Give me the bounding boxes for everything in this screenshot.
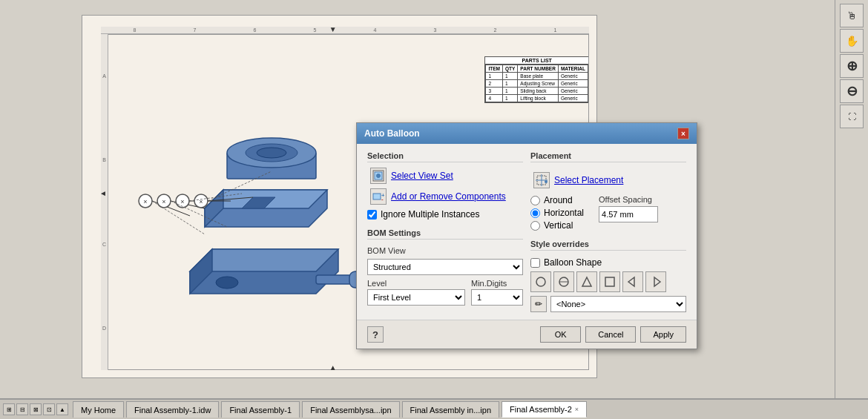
table-cell: 1 bbox=[502, 95, 517, 102]
placement-section: Placement Select Placement bbox=[530, 151, 686, 231]
select-placement-icon bbox=[533, 172, 550, 188]
placement-label: Placement bbox=[530, 151, 686, 162]
fit-btn[interactable]: ⛶ bbox=[840, 105, 864, 128]
app-window: PARTS LIST ITEM QTY PART NUMBER MATERIAL… bbox=[0, 0, 868, 419]
hand-tool-btn[interactable]: ✋ bbox=[840, 29, 864, 53]
zoom-in-btn[interactable]: ⊕ bbox=[840, 54, 864, 78]
svg-point-39 bbox=[545, 180, 548, 183]
level-col: Level First Level All Levels bbox=[367, 279, 465, 306]
col-item: ITEM bbox=[486, 65, 503, 73]
dialog-titlebar: Auto Balloon × bbox=[357, 123, 697, 144]
zoom-out-btn[interactable]: ⊖ bbox=[840, 79, 864, 103]
shape-circle-btn[interactable] bbox=[530, 271, 551, 292]
bom-view-select[interactable]: Structured Parts Only All Levels bbox=[367, 259, 523, 275]
footer-buttons: OK Cancel Apply bbox=[540, 326, 686, 343]
tab-final-assemblysa[interactable]: Final Assemblysa...ipn bbox=[302, 401, 399, 418]
bom-view-label: BOM View bbox=[367, 246, 523, 255]
svg-rect-44 bbox=[605, 277, 614, 286]
selection-section: Selection Select View Set bbox=[367, 151, 523, 220]
svg-marker-46 bbox=[654, 277, 660, 286]
offset-spacing-input[interactable] bbox=[599, 206, 658, 222]
radio-group: Around Horizontal Vertical bbox=[530, 195, 584, 231]
balloon-shape-checkbox[interactable] bbox=[530, 258, 540, 268]
shape-right-arrow-btn[interactable] bbox=[645, 271, 666, 292]
help-btn[interactable]: ? bbox=[367, 326, 384, 343]
svg-point-11 bbox=[257, 148, 286, 158]
table-cell: 4 bbox=[486, 95, 503, 102]
tab-my-home[interactable]: My Home bbox=[73, 401, 124, 418]
select-view-set-label[interactable]: Select View Set bbox=[391, 171, 453, 181]
shape-triangle-btn[interactable] bbox=[576, 271, 597, 292]
tab-arrow-btn[interactable]: ▲ bbox=[56, 403, 68, 415]
around-row: Around bbox=[530, 195, 584, 205]
col-material: MATERIAL bbox=[558, 65, 588, 73]
vertical-radio[interactable] bbox=[530, 221, 540, 231]
tab-icon-2[interactable]: ⊟ bbox=[16, 403, 28, 415]
none-select[interactable]: <None> bbox=[550, 296, 686, 312]
tab-final-assembly-idw[interactable]: Final Assembly-1.idw bbox=[126, 401, 219, 418]
table-cell: Sliding back bbox=[518, 88, 559, 95]
none-dropdown-row: ✏ <None> bbox=[530, 296, 686, 312]
tab-final-assembly-1[interactable]: Final Assembly-1 bbox=[221, 401, 300, 418]
vertical-label: Vertical bbox=[544, 220, 573, 231]
horizontal-label: Horizontal bbox=[544, 208, 584, 218]
svg-marker-45 bbox=[628, 277, 634, 286]
dialog-title: Auto Balloon bbox=[364, 128, 420, 139]
style-overrides-label: Style overrides bbox=[530, 240, 686, 251]
shape-split-circle-btn[interactable] bbox=[553, 271, 574, 292]
table-cell: 1 bbox=[502, 80, 517, 88]
tab-close-btn[interactable]: × bbox=[575, 406, 579, 413]
shape-square-btn[interactable] bbox=[599, 271, 620, 292]
col-qty: QTY bbox=[502, 65, 517, 73]
table-cell: 1 bbox=[502, 73, 517, 80]
ok-btn[interactable]: OK bbox=[540, 326, 581, 343]
ignore-multiple-label: Ignore Multiple Instances bbox=[381, 209, 479, 220]
shape-left-arrow-btn[interactable] bbox=[622, 271, 643, 292]
svg-marker-43 bbox=[582, 277, 591, 286]
auto-balloon-dialog: Auto Balloon × Selection bbox=[356, 122, 697, 349]
tab-icon-4[interactable]: ⊡ bbox=[43, 403, 55, 415]
cursor-tool-btn[interactable]: 🖱 bbox=[840, 4, 864, 27]
add-remove-icon: + - bbox=[370, 188, 387, 205]
min-digits-select[interactable]: 1234 bbox=[471, 289, 523, 306]
horizontal-row: Horizontal bbox=[530, 208, 584, 218]
dialog-columns: Selection Select View Set bbox=[367, 151, 686, 312]
select-view-set-row[interactable]: Select View Set bbox=[367, 165, 523, 186]
pencil-icon-btn[interactable]: ✏ bbox=[530, 296, 547, 312]
tab-final-assembly-2[interactable]: Final Assembly-2 × bbox=[502, 401, 587, 418]
balloon-shape-row: Balloon Shape bbox=[530, 257, 686, 268]
tab-controls: ⊞ ⊟ ⊠ ⊡ ▲ bbox=[3, 403, 68, 415]
table-cell: Generic bbox=[558, 95, 588, 102]
ignore-multiple-checkbox[interactable] bbox=[367, 210, 377, 220]
cancel-btn[interactable]: Cancel bbox=[585, 326, 636, 343]
svg-text:×: × bbox=[180, 198, 184, 205]
svg-rect-33 bbox=[373, 194, 381, 199]
tab-final-assembly-in[interactable]: Final Assembly in...ipn bbox=[402, 401, 499, 418]
table-cell: Generic bbox=[558, 88, 588, 95]
placement-radio-offset: Around Horizontal Vertical bbox=[530, 195, 686, 231]
select-placement-label[interactable]: Select Placement bbox=[554, 175, 623, 185]
table-cell: Adjusting Screw bbox=[518, 80, 559, 88]
apply-btn[interactable]: Apply bbox=[640, 326, 686, 343]
horizontal-radio[interactable] bbox=[530, 208, 540, 218]
dialog-close-btn[interactable]: × bbox=[677, 128, 689, 139]
tab-icon-3[interactable]: ⊠ bbox=[30, 403, 42, 415]
svg-point-40 bbox=[536, 277, 545, 286]
parts-list-table: PARTS LIST ITEM QTY PART NUMBER MATERIAL… bbox=[484, 56, 589, 103]
table-cell: Base plate bbox=[518, 73, 559, 80]
level-row: Level First Level All Levels Min.Digits … bbox=[367, 279, 523, 306]
svg-point-32 bbox=[376, 174, 381, 178]
around-radio[interactable] bbox=[530, 196, 540, 205]
table-cell: 2 bbox=[486, 80, 503, 88]
table-row: 31Sliding backGeneric bbox=[486, 88, 588, 95]
level-select[interactable]: First Level All Levels bbox=[367, 289, 465, 306]
svg-text:×: × bbox=[162, 198, 165, 205]
add-remove-row[interactable]: + - Add or Remove Components bbox=[367, 186, 523, 207]
select-placement-row[interactable]: Select Placement bbox=[530, 170, 686, 191]
tab-icon-1[interactable]: ⊞ bbox=[3, 403, 15, 415]
add-remove-label[interactable]: Add or Remove Components bbox=[391, 191, 506, 202]
min-digits-label: Min.Digits bbox=[471, 279, 523, 288]
select-view-set-icon bbox=[370, 168, 387, 184]
level-label: Level bbox=[367, 279, 465, 288]
table-cell: 3 bbox=[486, 88, 503, 95]
